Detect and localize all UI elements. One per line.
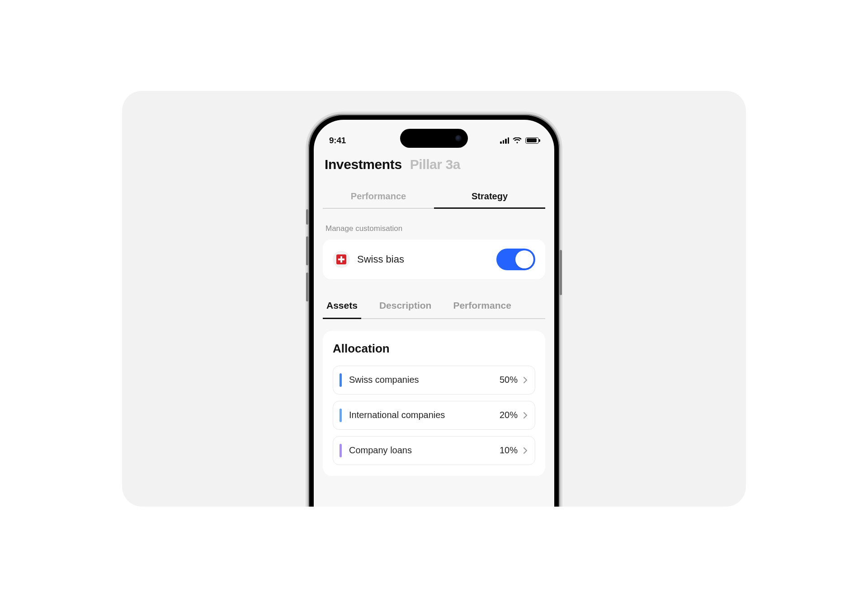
- allocation-card: Allocation Swiss companies 50%: [323, 331, 545, 476]
- cellular-signal-icon: [500, 137, 509, 144]
- allocation-name: International companies: [349, 410, 445, 420]
- product-showcase-stage: 9:41: [122, 91, 746, 507]
- app-content: Investments Pillar 3a Performance Strate…: [314, 157, 554, 507]
- sub-tab-description[interactable]: Description: [377, 296, 434, 318]
- phone-side-button: [560, 250, 562, 295]
- phone-frame: 9:41: [307, 113, 561, 507]
- strategy-sub-tabs: Assets Description Performance: [323, 296, 545, 319]
- allocation-name: Company loans: [349, 445, 412, 456]
- header-tab-pillar3a[interactable]: Pillar 3a: [410, 157, 460, 172]
- battery-icon: [525, 137, 539, 144]
- header-tab-investments[interactable]: Investments: [325, 157, 402, 172]
- allocation-percent: 10%: [500, 445, 518, 456]
- wifi-icon: [513, 137, 522, 144]
- sub-tab-assets[interactable]: Assets: [325, 296, 359, 318]
- swiss-bias-label: Swiss bias: [357, 254, 404, 265]
- dynamic-island: [400, 129, 468, 148]
- allocation-row-company-loans[interactable]: Company loans 10%: [333, 436, 535, 465]
- chevron-right-icon: [523, 447, 528, 454]
- phone-side-button: [306, 236, 308, 265]
- phone-side-button: [306, 273, 308, 301]
- allocation-percent: 20%: [500, 410, 518, 420]
- tab-performance[interactable]: Performance: [323, 186, 434, 208]
- phone-screen: 9:41: [314, 120, 554, 507]
- manage-customisation-label: Manage customisation: [323, 224, 545, 233]
- swiss-bias-card: Swiss bias: [323, 240, 545, 279]
- chevron-right-icon: [523, 376, 528, 384]
- sub-tab-performance[interactable]: Performance: [451, 296, 513, 318]
- allocation-color-bar: [340, 444, 342, 457]
- status-time: 9:41: [329, 136, 346, 146]
- swiss-flag-icon: [333, 251, 350, 268]
- swiss-bias-toggle[interactable]: [496, 249, 535, 270]
- allocation-color-bar: [340, 409, 342, 422]
- allocation-color-bar: [340, 373, 342, 387]
- phone-side-button: [306, 209, 308, 225]
- allocation-title: Allocation: [333, 342, 535, 356]
- allocation-row-international-companies[interactable]: International companies 20%: [333, 401, 535, 430]
- tab-strategy[interactable]: Strategy: [434, 186, 545, 208]
- top-tabs: Performance Strategy: [323, 186, 545, 209]
- allocation-row-swiss-companies[interactable]: Swiss companies 50%: [333, 366, 535, 395]
- status-right: [500, 137, 539, 144]
- allocation-percent: 50%: [500, 375, 518, 385]
- allocation-name: Swiss companies: [349, 375, 419, 385]
- chevron-right-icon: [523, 412, 528, 419]
- header-title-tabs: Investments Pillar 3a: [323, 157, 545, 172]
